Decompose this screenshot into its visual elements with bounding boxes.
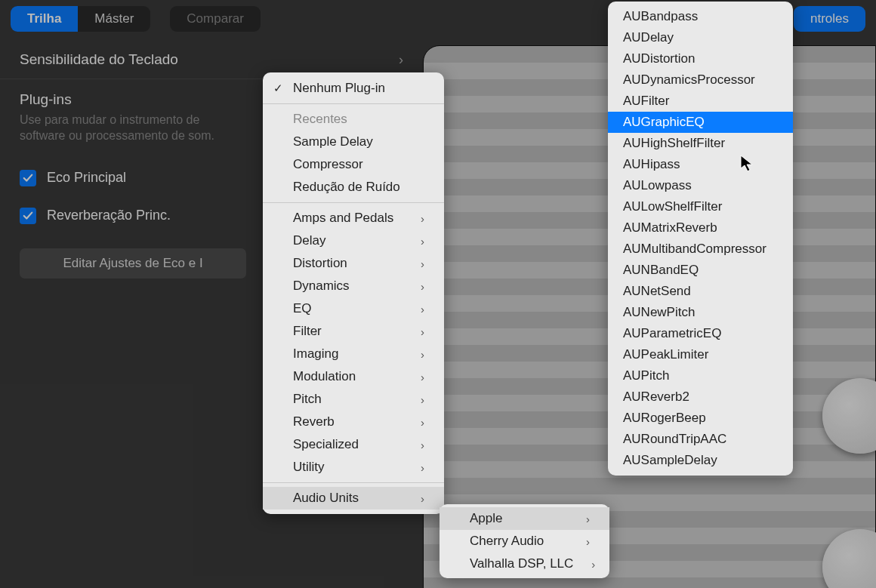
chevron-right-icon: › <box>403 235 424 248</box>
menu-item-apple[interactable]: Apple› <box>440 507 609 530</box>
menu-separator <box>263 103 444 104</box>
menu-item-auhighshelf[interactable]: AUHighShelfFilter <box>608 133 793 154</box>
chevron-right-icon: › <box>399 52 403 68</box>
menu-item-noise-reduction[interactable]: Redução de Ruído <box>263 176 444 199</box>
menu-item-eq[interactable]: EQ› <box>263 297 444 320</box>
menu-separator <box>263 482 444 483</box>
menu-item-augraphiceq[interactable]: AUGraphicEQ <box>608 112 793 133</box>
menu-item-imaging[interactable]: Imaging› <box>263 343 444 365</box>
chevron-right-icon: › <box>403 325 424 338</box>
menu-item-cherry-audio[interactable]: Cherry Audio› <box>440 530 609 553</box>
menu-item-amps[interactable]: Amps and Pedals› <box>263 207 444 229</box>
menu-item-aunbandeq[interactable]: AUNBandEQ <box>608 260 793 281</box>
menu-item-reverb[interactable]: Reverb› <box>263 411 444 433</box>
knob-graphic <box>822 378 876 454</box>
menu-item-delay[interactable]: Delay› <box>263 229 444 252</box>
compare-wrap: Comparar <box>170 6 261 32</box>
edit-echo-reverb-button[interactable]: Editar Ajustes de Eco e I <box>20 248 246 279</box>
reverb-label: Reverberação Princ. <box>47 208 171 223</box>
au-plugin-menu: AUBandpass AUDelay AUDistortion AUDynami… <box>608 2 793 476</box>
chevron-right-icon: › <box>568 513 590 525</box>
menu-item-aumultiband[interactable]: AUMultibandCompressor <box>608 239 793 260</box>
compare-button[interactable]: Comparar <box>170 6 261 32</box>
menu-item-filter[interactable]: Filter› <box>263 320 444 343</box>
menu-item-audelay[interactable]: AUDelay <box>608 27 793 48</box>
menu-item-aurogerbeep[interactable]: AURogerBeep <box>608 408 793 429</box>
menu-item-auhipass[interactable]: AUHipass <box>608 154 793 175</box>
knob-graphic <box>822 529 876 588</box>
menu-item-aubandpass[interactable]: AUBandpass <box>608 6 793 27</box>
menu-header-recents: Recentes <box>263 108 444 131</box>
menu-item-distortion[interactable]: Distortion› <box>263 252 444 275</box>
track-tab[interactable]: Trilha <box>11 6 78 32</box>
controls-button[interactable]: ntroles <box>794 6 865 32</box>
chevron-right-icon: › <box>403 280 424 293</box>
menu-item-sample-delay[interactable]: Sample Delay <box>263 131 444 153</box>
master-tab[interactable]: Máster <box>78 6 150 32</box>
menu-item-auroundtrip[interactable]: AURoundTripAAC <box>608 429 793 450</box>
chevron-right-icon: › <box>403 393 424 406</box>
chevron-right-icon: › <box>403 348 424 361</box>
menu-item-audio-units[interactable]: Audio Units› <box>263 487 444 509</box>
menu-item-utility[interactable]: Utility› <box>263 456 444 479</box>
menu-item-audistortion[interactable]: AUDistortion <box>608 48 793 69</box>
chevron-right-icon: › <box>403 303 424 316</box>
menu-item-aureverb2[interactable]: AUReverb2 <box>608 386 793 408</box>
menu-item-aupitch[interactable]: AUPitch <box>608 365 793 386</box>
chevron-right-icon: › <box>403 461 424 474</box>
menu-item-modulation[interactable]: Modulation› <box>263 365 444 388</box>
plugins-help-text: Use para mudar o instrumento de software… <box>0 112 242 159</box>
au-vendor-menu: Apple› Cherry Audio› Valhalla DSP, LLC› <box>440 504 609 578</box>
chevron-right-icon: › <box>403 492 424 505</box>
menu-item-pitch[interactable]: Pitch› <box>263 388 444 411</box>
chevron-right-icon: › <box>403 212 424 225</box>
menu-item-specialized[interactable]: Specialized› <box>263 433 444 456</box>
eco-label: Eco Principal <box>47 170 126 186</box>
checkbox-checked-icon[interactable] <box>20 170 36 186</box>
menu-item-auparametriceq[interactable]: AUParametricEQ <box>608 323 793 344</box>
menu-item-aunewpitch[interactable]: AUNewPitch <box>608 302 793 323</box>
track-master-segment: Trilha Máster <box>11 6 150 32</box>
menu-item-aufilter[interactable]: AUFilter <box>608 91 793 112</box>
menu-item-valhalla[interactable]: Valhalla DSP, LLC› <box>440 553 609 575</box>
menu-item-aupeaklimiter[interactable]: AUPeakLimiter <box>608 344 793 365</box>
checkbox-checked-icon[interactable] <box>20 208 36 224</box>
check-icon: ✓ <box>273 82 283 95</box>
menu-item-dynamics[interactable]: Dynamics› <box>263 275 444 297</box>
menu-item-none[interactable]: ✓Nenhum Plug-in <box>263 77 444 100</box>
menu-separator <box>263 202 444 203</box>
menu-item-aulowpass[interactable]: AULowpass <box>608 175 793 196</box>
menu-item-compressor[interactable]: Compressor <box>263 153 444 176</box>
chevron-right-icon: › <box>403 371 424 383</box>
chevron-right-icon: › <box>573 558 595 571</box>
keyboard-sensitivity-label: Sensibilidade do Teclado <box>20 51 178 68</box>
menu-item-aunetsend[interactable]: AUNetSend <box>608 281 793 302</box>
menu-item-aumatrixreverb[interactable]: AUMatrixReverb <box>608 217 793 239</box>
chevron-right-icon: › <box>403 416 424 429</box>
menu-item-audynamics[interactable]: AUDynamicsProcessor <box>608 69 793 91</box>
plugin-category-menu: ✓Nenhum Plug-in Recentes Sample Delay Co… <box>263 72 444 514</box>
chevron-right-icon: › <box>568 535 590 548</box>
menu-item-aulowshelf[interactable]: AULowShelfFilter <box>608 196 793 217</box>
chevron-right-icon: › <box>403 439 424 451</box>
chevron-right-icon: › <box>403 257 424 270</box>
menu-item-ausampledelay[interactable]: AUSampleDelay <box>608 450 793 471</box>
